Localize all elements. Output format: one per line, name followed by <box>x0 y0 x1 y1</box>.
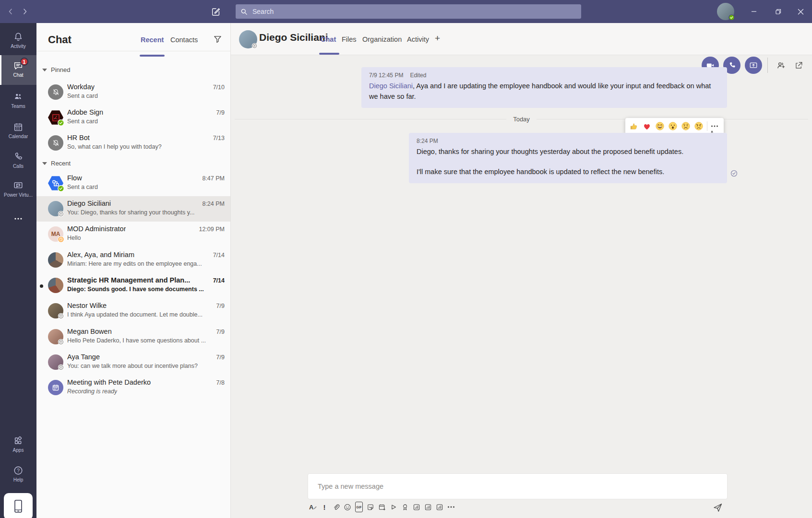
bot-avatar <box>48 135 63 151</box>
section-label: Pinned <box>51 66 70 73</box>
rail-more-button[interactable] <box>0 212 36 229</box>
rail-item-teams[interactable]: Teams <box>0 88 36 115</box>
message-meta: 7/9 12:45 PM Edited <box>369 72 719 79</box>
sticker-icon[interactable] <box>367 502 374 512</box>
priority-icon[interactable]: ! <box>321 502 328 512</box>
calendar-icon <box>0 122 36 132</box>
format-icon[interactable]: A <box>309 502 317 512</box>
like-reaction-icon[interactable] <box>629 121 639 131</box>
angry-reaction-icon[interactable] <box>694 121 704 131</box>
forms-app-icon[interactable] <box>436 502 443 512</box>
forward-button[interactable] <box>18 0 32 23</box>
forms-app-icon[interactable] <box>413 502 420 512</box>
heart-reaction-icon[interactable] <box>642 121 652 131</box>
unread-dot <box>40 284 43 288</box>
message-sent[interactable]: 7/9 12:45 PM Edited Diego Siciliani, Aya… <box>361 67 727 108</box>
rail-item-apps[interactable]: Apps <box>0 432 36 459</box>
chat-list-item-mod-administrator[interactable]: MA MOD Administrator Hello 12:09 PM <box>36 222 230 247</box>
sad-reaction-icon[interactable] <box>681 121 691 131</box>
rail-label: Calendar <box>0 134 36 139</box>
rail-item-help[interactable]: ? Help <box>0 461 36 488</box>
emoji-icon[interactable] <box>344 502 351 512</box>
peer-avatar[interactable] <box>239 30 257 48</box>
back-button[interactable] <box>4 0 17 23</box>
divider <box>707 121 707 131</box>
compose-toolbar: A ! GIF <box>309 502 455 512</box>
maximize-button[interactable] <box>767 0 789 23</box>
presence-offline-badge <box>58 211 64 217</box>
more-apps-icon[interactable] <box>447 502 455 512</box>
add-tab-button[interactable]: + <box>435 33 440 44</box>
chat-list-item-diego-siciliani[interactable]: Diego Siciliani You: Diego, thanks for s… <box>36 196 230 222</box>
tab-files[interactable]: Files <box>342 35 357 43</box>
tab-activity[interactable]: Activity <box>407 35 429 43</box>
group-avatar <box>48 252 63 268</box>
share-screen-button[interactable] <box>745 57 762 74</box>
chat-list-item-aya-tange[interactable]: Aya Tange You: can we talk more about ou… <box>36 350 230 375</box>
chat-list-item-hr-bot[interactable]: HR Bot So, what can I help you with toda… <box>36 130 230 156</box>
chat-list-item-meeting-pete-daderko[interactable]: Meeting with Pete Daderko Recording is r… <box>36 375 230 400</box>
search-box <box>236 4 581 19</box>
presence-offline-badge <box>58 313 64 319</box>
rail-item-calendar[interactable]: Calendar <box>0 118 36 145</box>
message-sent[interactable]: 8:24 PM Diego, thanks for sharing your t… <box>409 133 727 183</box>
rail-item-chat[interactable]: 1 Chat <box>0 55 36 85</box>
rail-item-calls[interactable]: Calls <box>0 148 36 175</box>
tab-contacts[interactable]: Contacts <box>170 36 198 44</box>
presence-offline-badge <box>251 43 258 49</box>
more-reactions-icon[interactable] <box>711 125 718 128</box>
stream-icon[interactable] <box>390 502 397 512</box>
chat-list-item-flow[interactable]: Flow Sent a card 8:47 PM <box>36 171 230 196</box>
send-button[interactable] <box>713 503 723 513</box>
teams-window: Activity 1 Chat Teams Calendar Calls Pow… <box>0 0 812 518</box>
rail-item-activity[interactable]: Activity <box>0 28 36 55</box>
message-input[interactable] <box>317 482 718 491</box>
chat-list-item-nestor-wilke[interactable]: Nestor Wilke I think Aya updated the doc… <box>36 298 230 324</box>
mention-link[interactable]: Diego Siciliani <box>369 82 413 90</box>
user-avatar[interactable] <box>717 3 734 20</box>
chat-list-item-workday[interactable]: Workday Sent a card 7/10 <box>36 80 230 105</box>
forms-app-icon[interactable] <box>424 502 432 512</box>
praise-icon[interactable] <box>401 502 409 512</box>
schedule-meeting-icon[interactable] <box>378 502 386 512</box>
rail-label: Apps <box>0 447 36 453</box>
mobile-app-button[interactable] <box>4 493 33 518</box>
rail-item-power-virtual-agents[interactable]: Power Virtu... <box>0 177 36 203</box>
search-input[interactable] <box>251 7 576 16</box>
minimize-button[interactable] <box>742 0 765 23</box>
surprised-reaction-icon[interactable] <box>668 121 678 131</box>
chat-list-item-strategic-hr[interactable]: Strategic HR Management and Plan... Dieg… <box>36 273 230 298</box>
rail-label: Teams <box>0 104 36 109</box>
gif-icon[interactable]: GIF <box>355 502 363 512</box>
unread-count-badge: 1 <box>20 58 28 66</box>
rail-label: Power Virtu... <box>0 192 36 198</box>
message-meta: 8:24 PM <box>417 138 719 144</box>
laugh-reaction-icon[interactable] <box>655 121 665 131</box>
compose-box <box>308 474 727 499</box>
bell-icon <box>0 32 36 42</box>
tab-chat[interactable]: Chat <box>321 35 336 43</box>
popout-icon <box>794 61 803 70</box>
conversation-pane: Diego Siciliani Chat Files Organization … <box>231 23 812 518</box>
chat-list-item-alex-aya-miriam[interactable]: Alex, Aya, and Miriam Miriam: Here are m… <box>36 247 230 273</box>
section-pinned[interactable]: Pinned <box>42 66 70 73</box>
tab-organization[interactable]: Organization <box>362 35 402 43</box>
attach-icon[interactable] <box>332 502 340 512</box>
chat-list-item-adobe-sign[interactable]: Adobe Sign Sent a card 7/9 <box>36 105 230 130</box>
add-people-button[interactable] <box>772 57 789 74</box>
rail-label: Help <box>0 477 36 483</box>
new-chat-button[interactable] <box>207 0 225 23</box>
phone-icon <box>728 61 736 70</box>
apps-icon <box>0 436 36 446</box>
filter-icon <box>213 35 222 44</box>
close-button[interactable] <box>789 0 812 23</box>
message-edited-label: Edited <box>410 72 426 79</box>
message-timestamp: 7/9 12:45 PM <box>369 72 403 79</box>
tab-recent[interactable]: Recent <box>141 36 164 44</box>
section-recent[interactable]: Recent <box>42 160 71 167</box>
open-new-window-button[interactable] <box>790 57 807 74</box>
filter-button[interactable] <box>213 35 222 44</box>
bot-avatar <box>48 84 63 100</box>
chat-list-item-megan-bowen[interactable]: Megan Bowen Hello Pete Daderko, I have s… <box>36 324 230 350</box>
mobile-phone-icon <box>12 499 24 514</box>
